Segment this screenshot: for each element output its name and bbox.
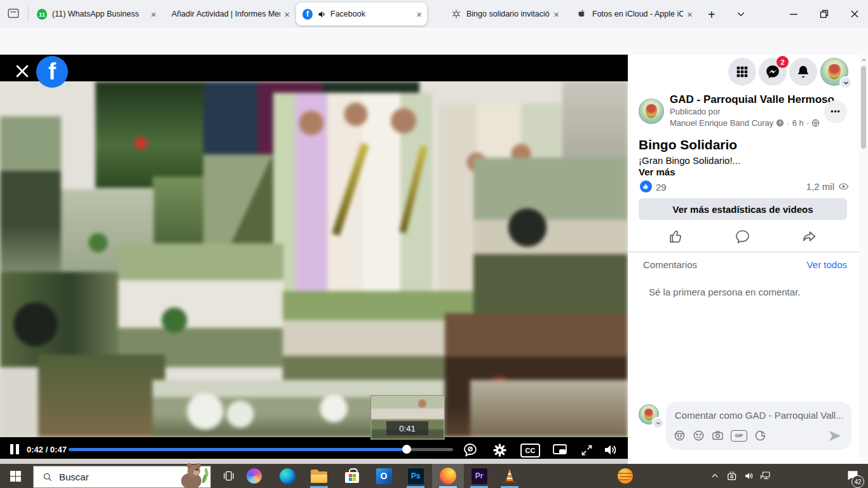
eye-icon [838, 181, 849, 192]
tab-audio-icon[interactable] [318, 10, 326, 18]
close-tab-icon[interactable]: × [687, 10, 693, 19]
cc-label: CC [526, 447, 536, 454]
tray-network-icon[interactable] [760, 471, 771, 481]
video-stats-label: Ver más estadísticas de videos [673, 204, 813, 215]
no-comments-text: Sé la primera persona en comentar. [649, 287, 800, 297]
taskbar-app-copilot[interactable] [239, 464, 269, 488]
video-player: f 0:42 / 0:47 0:41 CC [0, 55, 628, 459]
restore-button[interactable] [813, 0, 835, 28]
fb-notifications-bell-button[interactable] [789, 58, 817, 86]
close-tab-icon[interactable]: × [284, 10, 290, 19]
tab-whatsapp[interactable]: 11 (11) WhatsApp Business × [31, 3, 161, 25]
tray-chevron-up-icon[interactable] [710, 471, 719, 480]
time-display: 0:42 / 0:47 [27, 445, 67, 454]
tab-title: Fotos en iCloud - Apple iClou [592, 10, 683, 18]
fullscreen-icon[interactable] [579, 442, 594, 458]
post-meta-row: Manuel Enrique Band Curay ? · 6 h · [670, 118, 820, 128]
new-tab-button[interactable]: + [708, 8, 715, 22]
volume-icon[interactable] [603, 442, 618, 458]
page-name[interactable]: GAD - Parroquial Valle Hermoso [670, 93, 834, 106]
composer-avatar-chevron-icon[interactable] [652, 417, 664, 429]
premiere-label: Pr [475, 471, 484, 480]
see-all-comments-link[interactable]: Ver todos [807, 259, 847, 270]
page-avatar[interactable] [639, 98, 664, 124]
scroll-up-arrow-icon[interactable] [861, 57, 867, 63]
whatsapp-badge-icon: 11 [37, 9, 47, 20]
taskbar-app-outlook[interactable]: O [369, 464, 399, 488]
video-stats-button[interactable]: Ver más estadísticas de videos [639, 198, 847, 220]
comments-disabled-icon[interactable] [463, 442, 478, 458]
video-surface[interactable] [0, 81, 628, 437]
tab-chatgpt[interactable]: Bingo solidario invitación × [445, 3, 564, 25]
notification-center-icon[interactable]: 42 [846, 469, 859, 482]
see-more-link[interactable]: Ver más [639, 166, 675, 177]
tab-facebook-active[interactable]: f Facebook × [296, 3, 427, 25]
scrollbar-thumb[interactable] [861, 66, 866, 149]
comment-composer[interactable]: Comentar como GAD - Parroquial Vall... G… [666, 402, 851, 450]
weather-icon[interactable] [618, 468, 633, 484]
outlook-letter: O [381, 471, 388, 481]
gif-icon[interactable]: GIF [731, 430, 747, 442]
chatgpt-icon [451, 9, 461, 19]
like-action-button[interactable] [668, 229, 684, 245]
taskbar-app-store[interactable] [337, 464, 367, 488]
search-highlight-bear-image[interactable] [176, 462, 209, 488]
published-by-label: Publicado por [670, 107, 721, 116]
sticker-icon[interactable] [754, 430, 766, 442]
taskbar-app-edge[interactable] [272, 464, 302, 488]
close-window-button[interactable] [844, 0, 865, 28]
share-action-button[interactable] [801, 229, 817, 245]
send-comment-button[interactable] [827, 428, 843, 444]
facebook-logo[interactable]: f [36, 56, 68, 88]
tab-informes[interactable]: Añadir Actividad | Informes Mens × [164, 3, 295, 25]
tab-dropdown-icon[interactable] [736, 9, 746, 19]
help-question-icon[interactable]: ? [776, 119, 784, 127]
task-view-button[interactable] [216, 464, 241, 488]
taskbar-app-firefox[interactable] [433, 464, 463, 488]
captions-cc-button[interactable]: CC [520, 444, 540, 458]
minimize-button[interactable] [783, 0, 804, 28]
composer-placeholder: Comentar como GAD - Parroquial Vall... [675, 410, 843, 421]
seek-bar[interactable] [69, 448, 453, 451]
taskbar-search-input[interactable]: Buscar [33, 466, 211, 488]
views-group: 1,2 mil [806, 181, 849, 192]
tab-list-icon[interactable] [6, 6, 20, 20]
emoji-smile-icon[interactable] [693, 430, 705, 442]
taskbar-app-premiere[interactable]: Pr [464, 464, 494, 488]
taskbar-app-file-explorer[interactable] [304, 464, 334, 488]
fb-apps-menu-button[interactable] [728, 58, 756, 86]
settings-gear-icon[interactable] [492, 442, 507, 458]
page-scrollbar[interactable] [859, 55, 868, 464]
taskbar-app-vlc[interactable] [494, 464, 525, 488]
tab-icloud[interactable]: Fotos en iCloud - Apple iClou × [571, 3, 698, 25]
tray-record-icon[interactable] [727, 471, 738, 481]
screen: 11 (11) WhatsApp Business × Añadir Activ… [0, 0, 868, 488]
tray-volume-icon[interactable] [743, 471, 754, 481]
picture-in-picture-icon[interactable] [552, 442, 567, 458]
messenger-badge: 2 [776, 56, 789, 68]
post-options-button[interactable]: ••• [824, 100, 847, 123]
camera-icon[interactable] [712, 430, 724, 442]
close-tab-icon[interactable]: × [416, 10, 422, 19]
divider [28, 6, 29, 22]
close-overlay-icon[interactable] [14, 63, 31, 79]
gif-label: GIF [735, 433, 743, 438]
search-placeholder: Buscar [59, 471, 89, 482]
comment-action-button[interactable] [735, 229, 750, 245]
tab-title: (11) WhatsApp Business [52, 10, 147, 18]
like-count-icon[interactable] [640, 180, 652, 193]
profile-chevron-icon[interactable] [839, 76, 852, 89]
tab-title: Añadir Actividad | Informes Mens [172, 10, 280, 18]
dot-separator: · [787, 118, 789, 128]
close-tab-icon[interactable]: × [151, 10, 156, 19]
dot-separator: · [806, 118, 809, 128]
like-count[interactable]: 29 [656, 182, 667, 193]
avatar-sticker-icon[interactable] [674, 430, 686, 442]
start-button[interactable] [0, 464, 31, 488]
post-author[interactable]: Manuel Enrique Band Curay [670, 118, 773, 128]
taskbar-app-photoshop[interactable]: Ps [400, 464, 431, 488]
post-time[interactable]: 6 h [792, 118, 804, 128]
pause-button[interactable] [9, 444, 20, 455]
facebook-logo-letter: f [48, 58, 56, 85]
close-tab-icon[interactable]: × [553, 10, 559, 19]
